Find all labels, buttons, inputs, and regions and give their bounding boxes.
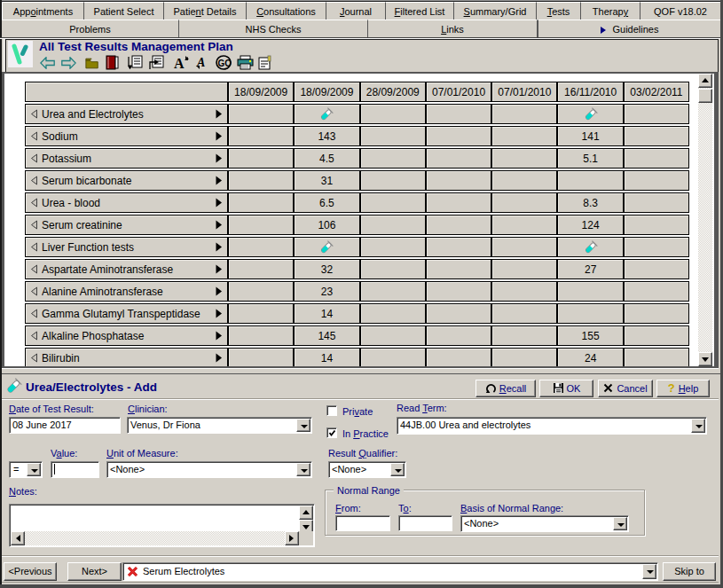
svg-text:A: A bbox=[174, 56, 185, 70]
svg-text:A: A bbox=[196, 56, 205, 69]
svg-text:GO: GO bbox=[218, 59, 232, 68]
